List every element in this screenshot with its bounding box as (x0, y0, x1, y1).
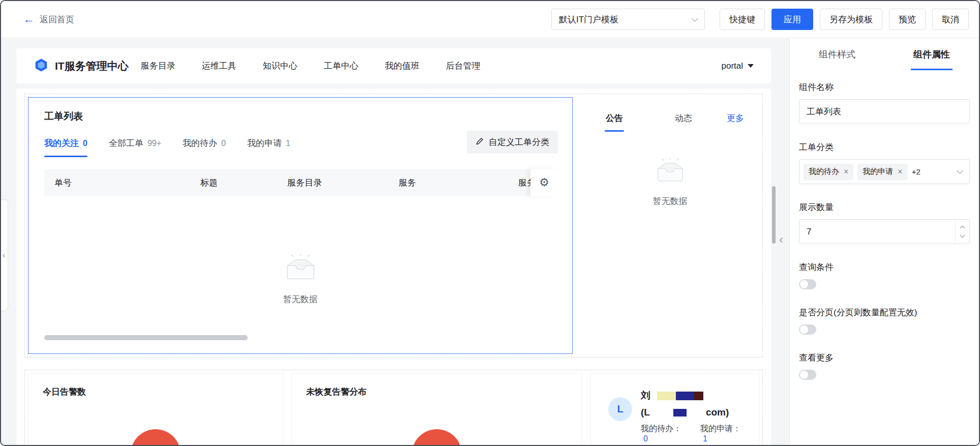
request-stat: 我的申请：1 (700, 424, 746, 443)
tab-all-tickets-label: 全部工单 (109, 137, 143, 149)
tab-component-props[interactable]: 组件属性 (884, 39, 979, 70)
tab-my-request-count: 1 (286, 139, 290, 148)
panel-collapse-handle[interactable]: ‹ (779, 232, 783, 247)
left-collapse-handle[interactable]: ‹ (0, 199, 8, 311)
tab-my-follow-count: 0 (83, 139, 87, 148)
request-stat-value[interactable]: 1 (703, 434, 707, 443)
unrecovered-alerts-title: 未恢复告警分布 (306, 386, 568, 398)
tab-announcement[interactable]: 公告 (606, 112, 623, 132)
stepper-arrows (955, 220, 969, 244)
tab-my-todo-label: 我的待办 (183, 137, 217, 149)
vertical-scrollbar[interactable] (772, 186, 776, 244)
back-label: 返回首页 (40, 14, 74, 25)
tab-my-todo-count: 0 (221, 139, 226, 148)
widget-section-bottom: 今日告警数 未恢复告警分布 L 刘 (24, 370, 763, 445)
announcement-widget[interactable]: 公告 动态 更多 暂无 (581, 97, 759, 354)
back-arrow-icon: ← (23, 14, 35, 25)
template-select-value: 默认IT门户模板 (559, 14, 618, 25)
horizontal-scrollbar[interactable] (44, 335, 248, 340)
announcement-empty-state: 暂无数据 (581, 158, 759, 207)
category-tag-label: 我的申请 (863, 167, 893, 176)
tab-my-todo[interactable]: 我的待办 0 (183, 137, 226, 157)
announcement-more-link[interactable]: 更多 (727, 112, 744, 132)
settings-panel: 组件样式 组件属性 组件名称 工单分类 我的待办 × 我的申请 × +2 (789, 39, 979, 445)
display-count-input[interactable] (799, 220, 969, 244)
shortcut-button[interactable]: 快捷键 (720, 9, 765, 30)
user-email-prefix: (L (641, 407, 650, 418)
today-alerts-widget[interactable]: 今日告警数 (28, 373, 283, 445)
nav-item-service-catalog[interactable]: 服务目录 (141, 60, 175, 72)
empty-box-icon (652, 158, 688, 185)
tab-my-request-label: 我的申请 (247, 137, 282, 149)
announcement-empty-text: 暂无数据 (653, 195, 688, 207)
chevron-down-icon (692, 15, 698, 22)
nav-item-ticket-center[interactable]: 工单中心 (324, 60, 359, 72)
user-email-suffix: com) (706, 407, 729, 418)
apply-button[interactable]: 应用 (771, 9, 813, 30)
nav-item-knowledge-center[interactable]: 知识中心 (263, 60, 298, 72)
col-service: 服务 (399, 177, 518, 189)
edit-pencil-icon (476, 137, 484, 148)
portal-logo-icon (34, 57, 49, 75)
tab-component-style[interactable]: 组件样式 (790, 39, 884, 70)
redaction-block (694, 392, 703, 400)
tag-remove-icon[interactable]: × (898, 168, 902, 176)
request-stat-label: 我的申请： (700, 424, 741, 433)
tab-activity[interactable]: 动态 (675, 112, 692, 132)
col-service-catalog: 服务目录 (287, 177, 399, 189)
tab-my-request[interactable]: 我的申请 1 (247, 137, 290, 157)
display-count-label: 展示数量 (799, 201, 970, 213)
stepper-up-icon[interactable] (960, 226, 965, 231)
todo-stat-value[interactable]: 0 (643, 434, 648, 443)
query-condition-toggle[interactable] (799, 279, 816, 289)
unrecovered-alerts-widget[interactable]: 未恢复告警分布 (291, 373, 582, 445)
worklist-widget[interactable]: 工单列表 我的关注 0 全部工单 99+ 我的待办 (28, 97, 573, 354)
cancel-button[interactable]: 取消 (932, 9, 969, 30)
tab-all-tickets-count: 99+ (147, 139, 161, 148)
category-tag-my-todo: 我的待办 × (804, 164, 853, 180)
template-select[interactable]: 默认IT门户模板 (551, 9, 705, 30)
worklist-empty-state: 暂无数据 (28, 254, 572, 305)
column-settings-button[interactable]: ⚙ (530, 169, 558, 196)
user-stats: 我的待办：0 我的申请：1 (641, 424, 746, 443)
col-ticket-no: 单号 (44, 177, 200, 189)
tab-all-tickets[interactable]: 全部工单 99+ (109, 137, 161, 157)
view-more-toggle[interactable] (799, 370, 816, 380)
today-alerts-pie-chart (131, 429, 181, 445)
component-name-input[interactable] (799, 99, 970, 124)
portal-title: IT服务管理中心 (55, 59, 129, 73)
view-more-label: 查看更多 (799, 352, 970, 364)
nav-item-my-duty[interactable]: 我的值班 (385, 60, 420, 72)
save-as-template-button[interactable]: 另存为模板 (820, 9, 882, 30)
back-link[interactable]: ← 返回首页 (23, 14, 74, 25)
stepper-down-icon[interactable] (960, 233, 965, 238)
announcement-tabs: 公告 动态 更多 (581, 97, 759, 132)
user-name-prefix: 刘 (641, 389, 650, 402)
portal-nav: 服务目录 运维工具 知识中心 工单中心 我的值班 后台管理 (141, 60, 481, 72)
main-area: IT服务管理中心 服务目录 运维工具 知识中心 工单中心 我的值班 后台管理 p… (1, 39, 979, 445)
customize-category-button[interactable]: 自定义工单分类 (467, 131, 558, 154)
redaction-block (676, 392, 694, 400)
todo-stat: 我的待办：0 (641, 424, 686, 443)
nav-item-ops-tools[interactable]: 运维工具 (202, 60, 236, 72)
editor-canvas: IT服务管理中心 服务目录 运维工具 知识中心 工单中心 我的值班 后台管理 p… (1, 39, 789, 445)
category-tag-label: 我的待办 (809, 167, 839, 176)
preview-button[interactable]: 预览 (889, 9, 926, 30)
pagination-toggle[interactable] (799, 324, 816, 335)
chevron-down-icon (957, 167, 963, 174)
tab-my-follow[interactable]: 我的关注 0 (44, 137, 87, 157)
user-email: (L com) (641, 407, 746, 418)
nav-item-admin[interactable]: 后台管理 (446, 60, 481, 72)
component-name-label: 组件名称 (799, 81, 970, 93)
worklist-title: 工单列表 (44, 110, 572, 123)
col-title: 标题 (200, 177, 287, 189)
tag-remove-icon[interactable]: × (844, 168, 848, 176)
portal-user-menu[interactable]: portal (721, 61, 754, 71)
pagination-label: 是否分页(分页则数量配置无效) (799, 307, 970, 318)
settings-panel-body: 组件名称 工单分类 我的待办 × 我的申请 × +2 展示数量 (790, 70, 979, 391)
gear-icon: ⚙ (539, 177, 549, 188)
user-summary-widget[interactable]: L 刘 (L (590, 373, 759, 445)
ticket-category-select[interactable]: 我的待办 × 我的申请 × +2 (799, 159, 970, 184)
topbar: ← 返回首页 默认IT门户模板 快捷键 应用 另存为模板 预览 取消 (1, 1, 979, 38)
todo-stat-label: 我的待办： (641, 424, 681, 433)
